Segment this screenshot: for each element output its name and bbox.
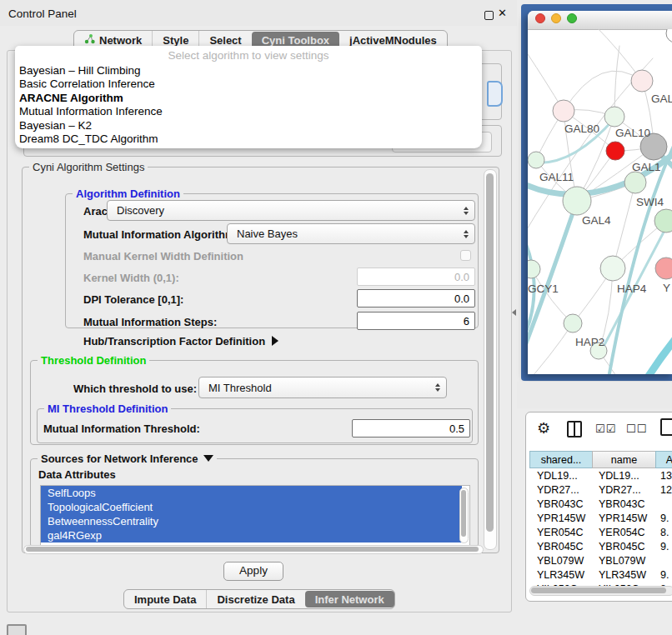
network-node[interactable] <box>528 152 544 168</box>
algorithm-option[interactable]: Basic Correlation Inference <box>15 78 482 91</box>
algorithm-option[interactable]: Bayesian – K2 <box>15 119 482 132</box>
network-window-titlebar[interactable] <box>528 11 672 30</box>
algorithm-option[interactable]: Dream8 DC_TDC Algorithm <box>15 132 482 146</box>
column-header-name[interactable]: name <box>592 451 656 468</box>
network-node[interactable] <box>553 100 574 122</box>
network-canvas-container[interactable]: GAL7GAL80GAL10GAL1GAL11SWI4GAL4GCY1HAP4Y… <box>528 29 672 374</box>
dpi-tolerance-label: DPI Tolerance [0,1]: <box>83 293 183 306</box>
table-row[interactable]: YER054CYER054C8. <box>529 526 672 540</box>
network-node[interactable] <box>606 142 624 160</box>
network-node[interactable] <box>624 172 646 193</box>
float-window-icon[interactable] <box>484 11 494 20</box>
settings-horizontal-scrollbar[interactable] <box>23 545 484 554</box>
network-node[interactable] <box>528 260 540 278</box>
hub-definition-label: Hub/Transcription Factor Definition <box>83 335 265 348</box>
algorithm-dropdown-list: Bayesian – Hill ClimbingBasic Correlatio… <box>15 64 482 146</box>
algorithm-option[interactable]: Bayesian – Hill Climbing <box>15 64 482 78</box>
split-columns-icon[interactable] <box>567 421 582 438</box>
tab-label: Impute Data <box>134 593 196 606</box>
table-cell: YPR145W <box>599 512 647 526</box>
select-all-icon[interactable]: ☑☑ <box>595 422 616 435</box>
tab-infer-network[interactable]: Infer Network <box>305 591 394 608</box>
network-node-label: GAL7 <box>651 92 672 105</box>
table-row[interactable]: YBR043CYBR043C <box>529 498 672 512</box>
attribute-item[interactable]: SelfLoops <box>41 486 462 500</box>
mi-steps-field[interactable] <box>357 312 475 330</box>
network-node[interactable] <box>563 187 591 215</box>
network-node[interactable] <box>654 209 672 232</box>
table-row[interactable]: YPR145WYPR145W9. <box>529 512 672 526</box>
network-edge[interactable] <box>613 182 635 268</box>
table-cell: YER054C <box>537 526 584 540</box>
network-edge[interactable] <box>528 323 573 374</box>
aracne-mode-combobox[interactable]: Discovery <box>107 200 475 221</box>
split-pane-collapse-icon[interactable] <box>512 309 516 316</box>
minimized-panel-icon[interactable] <box>7 624 27 635</box>
which-threshold-combobox[interactable]: MI Threshold <box>198 377 447 398</box>
network-node-label: GAL10 <box>615 127 650 139</box>
table-cell: YPR145W <box>537 512 585 526</box>
tab-impute-data[interactable]: Impute Data <box>124 590 206 608</box>
network-edge[interactable] <box>633 306 672 374</box>
network-node-label: SWI4 <box>636 196 664 208</box>
attribute-item[interactable]: BetweennessCentrality <box>41 514 462 528</box>
kernel-width-field[interactable] <box>357 268 475 286</box>
table-cell: 9. <box>660 512 669 526</box>
deselect-all-icon[interactable]: ☐☐ <box>626 422 647 435</box>
network-node[interactable] <box>666 29 672 42</box>
mi-algorithm-type-value: Naive Bayes <box>237 228 298 240</box>
table-row[interactable]: YBL079WYBL079W <box>529 554 672 568</box>
network-node[interactable] <box>604 107 624 127</box>
combo-focus-fragment <box>487 81 503 107</box>
minimize-traffic-light-icon[interactable] <box>551 13 561 23</box>
network-node-label: HAP2 <box>575 336 604 348</box>
which-threshold-label: Which threshold to use: <box>73 382 197 395</box>
network-node[interactable] <box>655 258 672 279</box>
network-node[interactable] <box>631 70 653 92</box>
settings-vertical-scrollbar[interactable] <box>484 169 497 550</box>
table-row[interactable]: YLR345WYLR345W9. <box>529 568 672 582</box>
tab-discretize-data[interactable]: Discretize Data <box>206 590 304 608</box>
attribute-item[interactable]: gal4RGexp <box>41 528 462 542</box>
algorithm-option[interactable]: Mutual Information Inference <box>15 105 482 118</box>
mi-steps-label: Mutual Information Steps: <box>83 316 217 328</box>
sources-legend[interactable]: Sources for Network Inference <box>38 452 217 465</box>
attribute-item[interactable]: TopologicalCoefficient <box>41 500 462 514</box>
algorithm-dropdown-prompt: Select algorithm to view settings <box>15 46 482 64</box>
attribute-list-scrollbar[interactable] <box>459 488 469 543</box>
algorithm-option[interactable]: ARACNE Algorithm <box>15 92 482 105</box>
mi-threshold-label: Mutual Information Threshold: <box>43 422 200 435</box>
tab-label: Discretize Data <box>217 593 294 606</box>
sources-legend-label: Sources for Network Inference <box>41 452 198 465</box>
network-icon <box>84 34 95 47</box>
network-window: GAL7GAL80GAL10GAL1GAL11SWI4GAL4GCY1HAP4Y… <box>528 11 672 374</box>
table-cell: 9. <box>660 540 669 554</box>
column-header-shared-name[interactable]: shared... <box>529 451 593 468</box>
table-cell: YDR27... <box>599 483 641 498</box>
manual-kernel-width-checkbox[interactable] <box>460 250 471 261</box>
table-row[interactable]: YBR045CYBR045C9. <box>529 540 672 554</box>
table-row[interactable]: YDR27...YDR27...12 <box>529 483 672 498</box>
data-attributes-list: SelfLoopsTopologicalCoefficientBetweenne… <box>40 485 470 546</box>
column-header-partial[interactable]: A <box>655 451 672 468</box>
network-canvas: GAL7GAL80GAL10GAL1GAL11SWI4GAL4GCY1HAP4Y… <box>528 29 672 374</box>
spinner-arrows-icon <box>435 383 440 392</box>
close-icon[interactable]: ✕ <box>498 7 507 19</box>
mi-algorithm-type-combobox[interactable]: Naive Bayes <box>227 223 475 244</box>
apply-button[interactable]: Apply <box>223 562 283 581</box>
network-edge[interactable] <box>614 46 619 117</box>
network-node[interactable] <box>600 256 625 281</box>
hub-definition-toggle[interactable]: Hub/Transcription Factor Definition <box>83 335 278 348</box>
table-row[interactable]: YDL19...YDL19...13 <box>529 469 672 483</box>
expand-right-icon <box>272 336 278 346</box>
settings-gear-icon[interactable]: ⚙ <box>537 419 550 437</box>
dpi-tolerance-field[interactable] <box>357 289 475 308</box>
new-table-icon[interactable] <box>660 418 672 436</box>
table-horizontal-scrollbar[interactable] <box>529 586 672 596</box>
close-traffic-light-icon[interactable] <box>535 13 545 23</box>
mi-threshold-field[interactable] <box>352 419 470 438</box>
network-edge[interactable] <box>564 71 642 111</box>
zoom-traffic-light-icon[interactable] <box>567 13 577 23</box>
spinner-arrows-icon <box>464 207 469 215</box>
network-node[interactable] <box>564 314 582 332</box>
